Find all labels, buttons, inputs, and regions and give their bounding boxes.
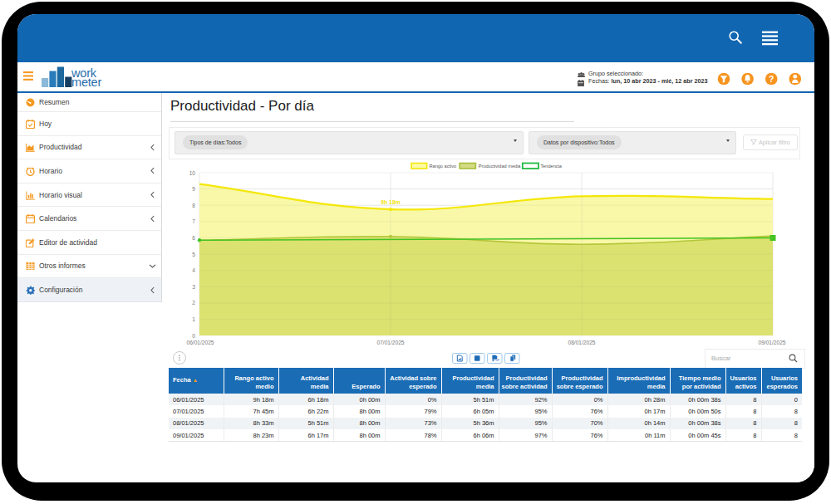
svg-text:08/01/2025: 08/01/2025 (568, 340, 595, 345)
svg-text:07/01/2025: 07/01/2025 (376, 340, 404, 345)
svg-text:3: 3 (192, 284, 195, 290)
svg-text:9h 18m: 9h 18m (381, 199, 400, 205)
svg-text:06/01/2025: 06/01/2025 (186, 340, 214, 345)
svg-text:0: 0 (192, 333, 195, 339)
svg-text:09/01/2025: 09/01/2025 (758, 340, 785, 345)
svg-text:2: 2 (192, 300, 195, 306)
svg-text:Rango activo: Rango activo (430, 164, 457, 169)
svg-text:Tendencia: Tendencia (540, 164, 562, 169)
svg-text:Productividad media: Productividad media (479, 164, 522, 169)
svg-text:10: 10 (189, 170, 196, 176)
svg-text:5: 5 (192, 252, 195, 257)
svg-text:4: 4 (192, 267, 195, 273)
svg-text:8: 8 (192, 203, 195, 208)
svg-text:PDF: PDF (494, 359, 499, 362)
svg-text:?: ? (769, 74, 774, 84)
svg-text:7: 7 (192, 218, 195, 224)
svg-text:1: 1 (192, 316, 195, 322)
svg-text:9: 9 (192, 186, 195, 192)
svg-text:6: 6 (192, 235, 195, 241)
